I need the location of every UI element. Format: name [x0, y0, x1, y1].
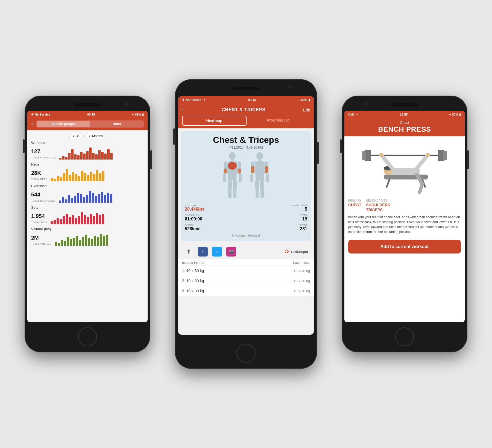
svg-rect-17: [255, 161, 265, 175]
bar: [81, 212, 83, 224]
left-filter-period[interactable]: ▼ Months: [85, 133, 106, 139]
bar: [68, 195, 70, 203]
exercise-description: bench with your feet flat on the floor. …: [344, 215, 465, 237]
left-phone-speaker: [74, 103, 101, 107]
stat-sub: TOTAL SETS: [31, 221, 47, 224]
bar: [58, 243, 60, 246]
bar: [104, 195, 106, 203]
stat-sub: TOTAL REPS: [31, 178, 48, 181]
center-header: ‹ CHEST & TRICEPS Edit: [178, 104, 314, 116]
bar: [94, 236, 96, 246]
bar: [98, 150, 101, 160]
bar: [85, 235, 87, 246]
bar: [93, 174, 95, 181]
center-back-btn[interactable]: ‹: [182, 106, 184, 113]
left-filter-value[interactable]: ▼ 36: [69, 133, 83, 139]
bar: [67, 237, 69, 246]
left-back-btn[interactable]: ‹: [31, 120, 33, 128]
center-phone-home-btn[interactable]: [236, 344, 256, 363]
center-tab-heatmap[interactable]: Heatmap: [182, 116, 247, 126]
left-airplane-icon: ✈: [31, 113, 34, 116]
right-phone: Call ⚬ 14:55 ⌁ 80% ▮ Chest BENCH PRESS: [342, 96, 467, 352]
bar: [69, 217, 71, 224]
body-back-svg: [249, 152, 271, 199]
svg-rect-23: [266, 173, 269, 182]
right-phone-home-btn[interactable]: [395, 327, 414, 346]
stat-sub: TOTAL VOLUME: [31, 243, 51, 245]
stat-label: Sets: [31, 205, 144, 210]
left-seg-muscle-groups[interactable]: Muscle groups: [37, 121, 90, 127]
right-time: 14:55: [400, 113, 408, 116]
bar: [74, 196, 76, 203]
svg-rect-26: [260, 179, 264, 190]
center-phone-screen: ✈ No Service ⚬ 00:14 ⌁ 69% ▮ ‹: [178, 96, 314, 335]
svg-rect-28: [260, 190, 264, 198]
right-phone-power-btn: [467, 150, 469, 169]
bar: [110, 194, 112, 203]
bar: [107, 193, 109, 203]
center-time: 00:14: [248, 98, 256, 102]
add-to-workout-btn[interactable]: Add to current workout: [348, 240, 461, 254]
share-icons: ⬆ f t 📷: [184, 247, 236, 257]
left-phone-camera: [124, 102, 128, 106]
stat-value: 1,954: [31, 213, 45, 219]
left-status-bar: ✈ No Service 00:15 ⌁ 69% ▮: [27, 111, 148, 118]
twitter-share-icon[interactable]: t: [212, 247, 222, 257]
right-phone-vol-btn: [340, 139, 342, 153]
left-stats-list: Workouts 127 TOTAL WORKOUTS Reps 28K TOT…: [27, 141, 148, 322]
stat-value: 2M: [31, 235, 39, 241]
svg-rect-22: [250, 173, 253, 182]
center-edit-btn[interactable]: Edit: [303, 108, 310, 112]
bar: [83, 197, 85, 203]
stat-value: 127: [31, 148, 40, 154]
center-tab-progress-pic[interactable]: Progress pic: [247, 116, 310, 126]
right-wifi-icon: ⚬: [356, 113, 358, 116]
bar-chart: [59, 189, 144, 203]
svg-rect-14: [233, 190, 236, 198]
bar: [89, 191, 91, 203]
bar: [75, 218, 77, 224]
exercise-row-set: 2. 10 x 30 kg: [182, 279, 204, 283]
bar: [101, 192, 103, 203]
svg-rect-8: [223, 173, 226, 182]
workout-title: Chest & Triceps: [185, 135, 307, 145]
svg-rect-1: [231, 159, 233, 161]
left-filter-row: ▼ 36 ▼ Months: [27, 130, 148, 141]
left-seg-units[interactable]: Units: [90, 121, 143, 127]
bar: [90, 214, 92, 224]
stat-label: Workouts: [31, 141, 144, 145]
exercise-row: 2. 10 x 30 kg 10 x 30 kg: [182, 276, 310, 286]
left-phone-home-btn[interactable]: [78, 327, 97, 346]
bar: [75, 174, 77, 181]
bar: [59, 158, 61, 160]
svg-rect-27: [256, 190, 259, 198]
exercise-list-header: BENCH PRESS LAST TIME: [182, 259, 310, 266]
right-phone-camera: [364, 102, 368, 106]
left-phone-screen: ✈ No Service 00:15 ⌁ 69% ▮ ‹: [27, 111, 148, 322]
svg-point-43: [426, 153, 430, 157]
center-phone-power-btn: [317, 142, 319, 164]
stat-sub: TOTAL EXERCISES: [31, 199, 55, 202]
bar: [99, 215, 101, 224]
bar: [72, 172, 74, 181]
stat-exercises: EXERCISES 5: [246, 204, 307, 212]
bar: [70, 239, 72, 246]
bar: [89, 148, 92, 160]
bar: [66, 169, 68, 181]
center-status-bar: ✈ No Service ⚬ 00:14 ⌁ 69% ▮: [178, 96, 314, 104]
bar: [60, 219, 62, 224]
bar: [57, 176, 59, 181]
facebook-share-icon[interactable]: f: [198, 247, 208, 257]
instagram-share-icon[interactable]: 📷: [226, 247, 236, 257]
secondary-muscle-col: SECONDARIES SHOULDERS TRICEPS: [366, 199, 390, 212]
bar: [63, 216, 65, 224]
right-battery: 80%: [452, 113, 458, 116]
bar: [77, 193, 79, 203]
exercise-row-last: 10 x 30 kg: [294, 289, 310, 293]
bar: [88, 238, 90, 246]
center-bluetooth-icon: ⌁: [298, 98, 300, 102]
right-exercise-category: Chest: [348, 120, 461, 125]
bar: [63, 173, 65, 181]
bar: [110, 153, 113, 160]
share-upload-icon[interactable]: ⬆: [184, 247, 194, 257]
